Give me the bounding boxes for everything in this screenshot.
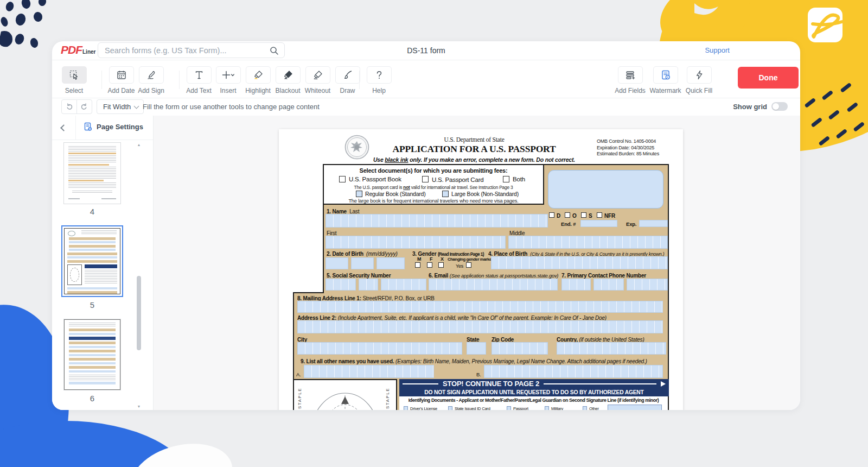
identifying-docs-label: Identifying Documents - Applicant or Mot… <box>399 396 669 405</box>
country-field[interactable] <box>557 342 666 355</box>
tool-add-fields[interactable]: Add Fields <box>615 66 645 94</box>
highlighter-icon <box>246 66 271 84</box>
endorsement-nfr-checkbox[interactable] <box>597 212 602 218</box>
changing-gender-label: Changing gender marker? <box>448 257 495 262</box>
support-link[interactable]: Support <box>705 46 730 54</box>
sidebar-header: Page Settings <box>52 116 153 140</box>
tool-highlight[interactable]: Highlight <box>243 66 273 94</box>
dob-month-field[interactable] <box>326 257 348 269</box>
other-doc-checkbox[interactable] <box>583 406 587 410</box>
toolbar-separator <box>101 71 102 89</box>
tool-help[interactable]: Help <box>364 66 394 94</box>
dob-year-field[interactable] <box>376 257 405 269</box>
passport-card-checkbox[interactable] <box>422 176 429 182</box>
state-id-checkbox[interactable] <box>448 406 452 410</box>
tool-blackout-label: Blackout <box>275 87 300 94</box>
toggle-knob <box>773 103 779 110</box>
page-thumbnail-5-selected[interactable] <box>61 225 123 297</box>
name-last-field[interactable] <box>326 214 548 228</box>
navy-dots-decoration <box>0 0 47 49</box>
state-id-label: State Issued ID Card <box>455 406 490 410</box>
city-field[interactable] <box>297 342 462 355</box>
page-thumbnail-4[interactable] <box>64 143 120 204</box>
gender-f-checkbox[interactable] <box>427 262 432 268</box>
phone-field-3[interactable] <box>627 279 668 291</box>
tool-add-date[interactable]: Add Date <box>106 66 136 94</box>
dob-day-field[interactable] <box>351 257 374 269</box>
tool-select[interactable]: Select <box>59 66 89 94</box>
mailing-address-1-field[interactable] <box>297 301 663 313</box>
state-field[interactable] <box>467 342 486 355</box>
mailing-address-2-field[interactable] <box>297 320 663 333</box>
gender-x-checkbox[interactable] <box>438 262 444 268</box>
drivers-license-checkbox[interactable] <box>404 406 408 410</box>
other-doc-field[interactable] <box>608 405 662 410</box>
endorsement-s-checkbox[interactable] <box>581 212 586 218</box>
undo-button[interactable] <box>61 99 77 114</box>
scroll-down-arrow[interactable]: ▼ <box>136 405 142 409</box>
tool-insert[interactable]: Insert <box>213 66 243 94</box>
name-first-field[interactable] <box>326 236 506 249</box>
tool-select-label: Select <box>65 87 83 94</box>
show-grid-label: Show grid <box>733 103 767 111</box>
end-number-field[interactable] <box>580 220 617 227</box>
fee-selection-box: Select document(s) for which you are sub… <box>323 164 544 205</box>
large-book-checkbox[interactable] <box>442 191 449 197</box>
endorsement-o-checkbox[interactable] <box>565 212 570 218</box>
place-of-birth-field[interactable] <box>491 256 668 269</box>
page-settings-button[interactable]: Page Settings <box>84 122 143 131</box>
gender-m-checkbox[interactable] <box>415 262 420 268</box>
tool-insert-label: Insert <box>220 87 236 94</box>
military-checkbox[interactable] <box>545 406 549 410</box>
other-name-b-field[interactable] <box>484 365 663 378</box>
zoom-mode-dropdown[interactable]: Fit Width <box>97 99 144 114</box>
form-step-border <box>293 292 324 293</box>
page-thumbnail-6[interactable] <box>64 319 120 390</box>
gender-f-label: F <box>430 256 432 262</box>
tool-add-fields-label: Add Fields <box>615 87 646 94</box>
redo-button[interactable] <box>76 99 92 114</box>
help-icon <box>367 66 392 84</box>
other-name-a-field[interactable] <box>304 365 434 378</box>
tool-add-date-label: Add Date <box>107 87 135 94</box>
scroll-up-arrow[interactable]: ▲ <box>136 143 142 147</box>
barcode-area-field[interactable] <box>548 170 663 209</box>
passport-doc-label: Passport <box>513 406 528 410</box>
passport-doc-checkbox[interactable] <box>507 406 511 410</box>
fees-note-1: The U.S. passport card is not valid for … <box>324 185 543 190</box>
both-checkbox[interactable] <box>503 176 509 182</box>
ssn-field-1[interactable] <box>326 279 356 291</box>
email-field[interactable] <box>429 279 558 291</box>
ssn-field-2[interactable] <box>359 279 378 291</box>
collapse-sidebar-button[interactable] <box>59 124 68 132</box>
drivers-license-label: Driver's License <box>410 406 437 410</box>
banner-arrow-icon <box>661 381 666 387</box>
passport-book-checkbox[interactable] <box>339 176 346 182</box>
sidebar-header-divider <box>75 116 76 140</box>
tool-add-sign[interactable]: Add Sign <box>136 66 166 94</box>
tool-whiteout[interactable]: Whiteout <box>303 66 333 94</box>
tool-blackout[interactable]: Blackout <box>273 66 303 94</box>
show-grid-toggle[interactable] <box>771 102 788 111</box>
fees-title: Select document(s) for which you are sub… <box>324 167 543 174</box>
tool-quick-fill[interactable]: Quick Fill <box>684 66 714 94</box>
regular-book-checkbox[interactable] <box>356 191 362 197</box>
other-name-a-label: A. <box>296 371 301 377</box>
gender-yes-checkbox[interactable] <box>466 262 471 268</box>
pdfliner-mark-icon <box>808 8 843 42</box>
scrollbar-thumb[interactable] <box>137 276 141 350</box>
zip-field[interactable] <box>492 342 548 355</box>
tool-watermark[interactable]: Watermark <box>650 66 680 94</box>
tool-draw[interactable]: Draw <box>333 66 362 94</box>
phone-field-1[interactable] <box>561 279 591 291</box>
done-button[interactable]: Done <box>738 67 799 89</box>
tool-add-text[interactable]: Add Text <box>184 66 214 94</box>
ssn-field-3[interactable] <box>381 279 426 291</box>
phone-field-2[interactable] <box>593 279 624 291</box>
exp-field[interactable] <box>639 220 668 227</box>
q7-label: 7. Primary Contact Phone Number <box>561 273 646 279</box>
endorsement-d-checkbox[interactable] <box>549 212 554 218</box>
desktop-background: PDFLiner DS-11 form Support Select <box>0 0 868 467</box>
gender-m-label: M <box>417 256 421 262</box>
name-middle-field[interactable] <box>508 236 668 249</box>
